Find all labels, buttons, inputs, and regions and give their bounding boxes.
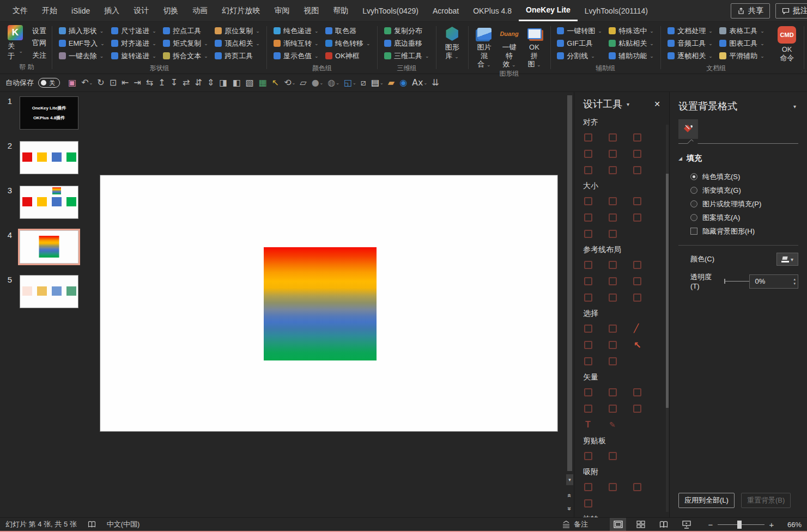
fill-section-header[interactable]: ◢ 填充 [678, 154, 798, 163]
ribbon-button[interactable]: 平滑辅助⌄ [717, 50, 767, 62]
align-tool-icon[interactable] [633, 150, 641, 158]
align-tool-icon[interactable] [609, 133, 617, 142]
size-tool-icon[interactable] [609, 213, 617, 222]
spin-down-icon[interactable]: ▾ [793, 282, 796, 285]
menu-item[interactable]: 幻灯片放映 [215, 0, 267, 21]
ribbon-button[interactable]: 显示色值⌄ [271, 50, 321, 62]
bring-forward-icon[interactable]: ◨ [217, 77, 230, 88]
option-gradient-fill[interactable]: 渐变填充(G) [690, 184, 798, 197]
color-picker-button[interactable]: ▾ [776, 253, 798, 266]
slide-row-4-selected[interactable]: 4 [0, 230, 93, 264]
guide-tool-icon[interactable] [633, 261, 641, 269]
select-tool-icon[interactable] [584, 325, 592, 333]
help-link[interactable]: 设置 [29, 25, 49, 36]
ribbon-button[interactable]: 对齐递进⌄ [108, 37, 159, 50]
ribbon-button[interactable]: 纯色转移⌄ [323, 37, 373, 50]
reset-background-button[interactable]: 重置背景(B) [741, 493, 791, 508]
ok-command-button[interactable]: CMD OK 命令 [774, 23, 800, 70]
undo-icon[interactable]: ↶ ⌄ [79, 77, 95, 88]
rotate-icon[interactable]: ⟲ ⌄ [282, 77, 298, 88]
vector-tool-icon[interactable] [609, 388, 617, 396]
graphics-library-button[interactable]: 图形 库 ⌄ [440, 23, 464, 70]
menu-item[interactable]: 帮助 [326, 0, 355, 21]
canvas-scrollbar[interactable]: ▾ « » [566, 94, 573, 515]
spellcheck-button[interactable] [88, 521, 96, 528]
ribbon-button[interactable]: 表格工具⌄ [717, 25, 767, 37]
distribute-v-icon[interactable]: ⇵ [192, 77, 204, 88]
panel-scrollbar[interactable] [666, 125, 669, 512]
more-icon[interactable]: ⇊ [429, 77, 441, 88]
ribbon-button[interactable]: 粘贴相关⌄ [606, 37, 657, 50]
zoom-slider-thumb[interactable] [737, 521, 742, 529]
normal-view-button[interactable] [610, 518, 626, 531]
save-icon[interactable]: ▣ [66, 77, 79, 88]
menu-item[interactable]: 设计 [126, 0, 156, 21]
menu-item[interactable]: 审阅 [267, 0, 296, 21]
option-solid-fill[interactable]: 纯色填充(S) [690, 170, 798, 184]
ribbon-button[interactable]: 复制分布 [381, 25, 432, 37]
align-right-icon[interactable]: ⇥ [131, 77, 143, 88]
vector-tool-icon[interactable] [633, 405, 641, 413]
guide-tool-icon[interactable] [633, 277, 641, 285]
align-tool-icon[interactable] [633, 166, 641, 174]
menu-item[interactable]: 动画 [185, 0, 215, 21]
size-tool-icon[interactable] [609, 197, 617, 205]
select-tool-icon[interactable] [609, 325, 617, 333]
arrange-icon[interactable]: ▧ [244, 77, 257, 88]
ribbon-button[interactable]: 尺寸递进⌄ [108, 25, 159, 37]
zoom-level[interactable]: 66% [778, 521, 802, 529]
ribbon-button[interactable]: 矩式复制⌄ [160, 37, 211, 50]
ribbon-button[interactable]: 一键去除⌄ [56, 50, 107, 62]
align-slide-icon[interactable]: ▦ [257, 77, 270, 88]
menu-item[interactable]: 视图 [296, 0, 326, 21]
distribute-h-icon[interactable]: ⇄ [180, 77, 192, 88]
select-tool-icon[interactable] [584, 341, 592, 349]
transparency-value-box[interactable]: 0% ▴ ▾ [749, 274, 798, 289]
option-picture-fill[interactable]: 图片或纹理填充(P) [690, 197, 798, 211]
text-style-icon[interactable]: Ax ⌄ [410, 77, 429, 88]
vector-tool-icon[interactable] [609, 421, 617, 429]
ribbon-button[interactable]: 分割线⌄ [554, 50, 605, 62]
ribbon-button[interactable]: 渐纯互转⌄ [271, 37, 321, 50]
shape-style-icon[interactable]: ◱ ⌄ [342, 77, 359, 88]
zoom-slider[interactable] [718, 520, 764, 529]
size-tool-icon[interactable] [633, 213, 641, 222]
ribbon-button[interactable]: 拆合文本⌄ [160, 50, 211, 62]
ribbon-button[interactable]: 图表工具⌄ [717, 37, 767, 50]
size-tool-icon[interactable] [584, 230, 592, 238]
fill-tab-button[interactable] [678, 119, 698, 139]
slide-sorter-view-button[interactable] [633, 518, 649, 531]
guide-tool-icon[interactable] [609, 261, 617, 269]
format-painter-icon[interactable]: ▱ [298, 77, 309, 88]
align-middle-icon[interactable]: ⇕ [205, 77, 217, 88]
align-left-icon[interactable]: ⇤ [119, 77, 131, 88]
slide-thumbnail-1[interactable]: OneKey Lite插件 OKPlus 4.8插件 [20, 96, 78, 130]
slide-row-3[interactable]: 3 [0, 186, 93, 219]
align-bottom-icon[interactable]: ↧ [168, 77, 180, 88]
vector-tool-icon[interactable] [584, 421, 592, 429]
help-link[interactable]: 官网 [29, 38, 49, 49]
reading-view-button[interactable] [656, 518, 672, 531]
slideshow-icon[interactable]: ⊡ [107, 77, 119, 88]
snap-tool-icon[interactable] [584, 499, 592, 507]
chevron-down-icon[interactable]: ▾ [627, 101, 629, 107]
vector-tool-icon[interactable] [633, 388, 641, 396]
slide-thumbnail-5[interactable] [20, 275, 78, 308]
ribbon-button[interactable]: 顶点相关⌄ [212, 37, 263, 50]
snap-tool-icon[interactable] [584, 483, 592, 491]
previous-slide-button[interactable]: « [566, 491, 573, 500]
size-tool-icon[interactable] [584, 213, 592, 222]
select-tool-icon[interactable] [633, 341, 641, 349]
align-top-icon[interactable]: ↥ [156, 77, 168, 88]
ribbon-button[interactable]: OK神框 [323, 50, 373, 62]
ribbon-button[interactable]: 旋转递进⌄ [108, 50, 159, 62]
ribbon-button[interactable]: 原位复制⌄ [212, 25, 263, 37]
slide-page[interactable] [100, 175, 558, 432]
spin-up-icon[interactable]: ▴ [793, 277, 796, 281]
guide-tool-icon[interactable] [633, 293, 641, 302]
zoom-in-button[interactable]: + [766, 520, 778, 529]
menu-item[interactable]: 插入 [97, 0, 126, 21]
menu-item[interactable]: 切换 [156, 0, 185, 21]
send-backward-icon[interactable]: ◧ [230, 77, 243, 88]
option-pattern-fill[interactable]: 图案填充(A) [690, 211, 798, 224]
